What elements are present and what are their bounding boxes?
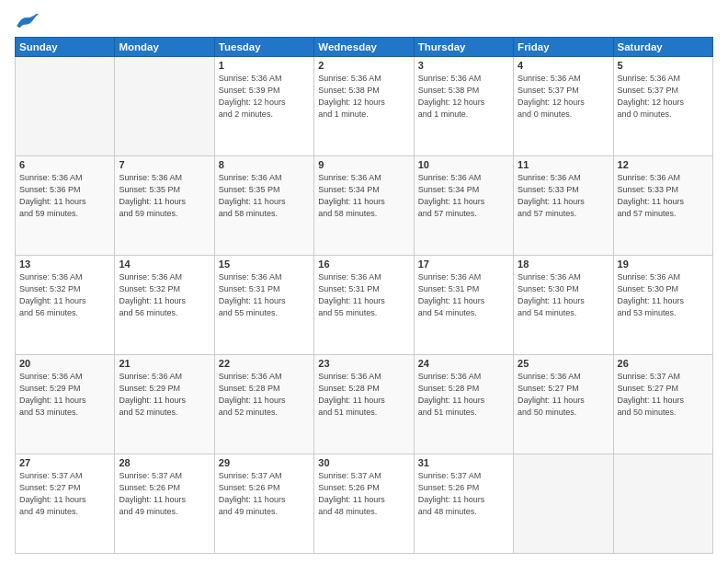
- day-number: 20: [19, 358, 110, 369]
- day-info: Sunrise: 5:37 AMSunset: 5:27 PMDaylight:…: [618, 371, 709, 419]
- day-info: Sunrise: 5:36 AMSunset: 5:28 PMDaylight:…: [219, 371, 310, 419]
- day-number: 18: [518, 259, 609, 270]
- day-number: 6: [19, 159, 110, 170]
- day-number: 27: [19, 457, 110, 468]
- calendar-cell: 20Sunrise: 5:36 AMSunset: 5:29 PMDayligh…: [16, 355, 115, 454]
- calendar-cell: 23Sunrise: 5:36 AMSunset: 5:28 PMDayligh…: [314, 355, 414, 454]
- day-info: Sunrise: 5:36 AMSunset: 5:29 PMDaylight:…: [19, 371, 110, 419]
- calendar-cell: 12Sunrise: 5:36 AMSunset: 5:33 PMDayligh…: [613, 156, 712, 256]
- day-number: 7: [119, 159, 210, 170]
- day-number: 10: [418, 159, 509, 170]
- calendar-cell: 14Sunrise: 5:36 AMSunset: 5:32 PMDayligh…: [115, 256, 214, 355]
- day-number: 13: [19, 259, 110, 270]
- day-number: 5: [618, 60, 709, 71]
- day-info: Sunrise: 5:37 AMSunset: 5:26 PMDaylight:…: [219, 470, 310, 518]
- calendar-cell: 6Sunrise: 5:36 AMSunset: 5:36 PMDaylight…: [16, 156, 115, 256]
- day-number: 31: [418, 457, 509, 468]
- day-number: 16: [318, 259, 409, 270]
- day-info: Sunrise: 5:37 AMSunset: 5:27 PMDaylight:…: [19, 470, 110, 518]
- day-info: Sunrise: 5:36 AMSunset: 5:31 PMDaylight:…: [318, 271, 409, 319]
- day-number: 1: [219, 60, 310, 71]
- day-info: Sunrise: 5:36 AMSunset: 5:28 PMDaylight:…: [318, 371, 409, 419]
- calendar-cell: [115, 57, 214, 156]
- day-info: Sunrise: 5:36 AMSunset: 5:30 PMDaylight:…: [618, 271, 709, 319]
- calendar-cell: 1Sunrise: 5:36 AMSunset: 5:39 PMDaylight…: [214, 57, 313, 156]
- day-number: 2: [318, 60, 409, 71]
- calendar-cell: [16, 57, 115, 156]
- day-info: Sunrise: 5:36 AMSunset: 5:35 PMDaylight:…: [219, 172, 310, 220]
- day-number: 22: [219, 358, 310, 369]
- calendar-week-row: 6Sunrise: 5:36 AMSunset: 5:36 PMDaylight…: [16, 156, 713, 256]
- day-info: Sunrise: 5:37 AMSunset: 5:26 PMDaylight:…: [318, 470, 409, 518]
- calendar-cell: 5Sunrise: 5:36 AMSunset: 5:37 PMDaylight…: [613, 57, 712, 156]
- day-info: Sunrise: 5:36 AMSunset: 5:39 PMDaylight:…: [219, 73, 310, 121]
- day-info: Sunrise: 5:36 AMSunset: 5:34 PMDaylight:…: [318, 172, 409, 220]
- calendar-cell: 21Sunrise: 5:36 AMSunset: 5:29 PMDayligh…: [115, 355, 214, 454]
- day-number: 4: [518, 60, 609, 71]
- calendar-cell: 13Sunrise: 5:36 AMSunset: 5:32 PMDayligh…: [16, 256, 115, 355]
- day-info: Sunrise: 5:37 AMSunset: 5:26 PMDaylight:…: [418, 470, 509, 518]
- weekday-header-friday: Friday: [514, 38, 613, 57]
- day-number: 24: [418, 358, 509, 369]
- calendar-week-row: 1Sunrise: 5:36 AMSunset: 5:39 PMDaylight…: [16, 57, 713, 156]
- calendar-cell: 16Sunrise: 5:36 AMSunset: 5:31 PMDayligh…: [314, 256, 414, 355]
- weekday-header-wednesday: Wednesday: [314, 38, 414, 57]
- day-number: 12: [618, 159, 709, 170]
- day-info: Sunrise: 5:36 AMSunset: 5:31 PMDaylight:…: [219, 271, 310, 319]
- day-info: Sunrise: 5:36 AMSunset: 5:31 PMDaylight:…: [418, 271, 509, 319]
- logo-icon: [15, 11, 40, 31]
- calendar-table: SundayMondayTuesdayWednesdayThursdayFrid…: [15, 37, 713, 554]
- calendar-cell: 25Sunrise: 5:36 AMSunset: 5:27 PMDayligh…: [514, 355, 613, 454]
- day-number: 9: [318, 159, 409, 170]
- day-info: Sunrise: 5:36 AMSunset: 5:27 PMDaylight:…: [518, 371, 609, 419]
- day-info: Sunrise: 5:36 AMSunset: 5:29 PMDaylight:…: [119, 371, 210, 419]
- calendar-cell: 17Sunrise: 5:36 AMSunset: 5:31 PMDayligh…: [414, 256, 513, 355]
- day-info: Sunrise: 5:36 AMSunset: 5:30 PMDaylight:…: [518, 271, 609, 319]
- day-number: 26: [618, 358, 709, 369]
- calendar-cell: 15Sunrise: 5:36 AMSunset: 5:31 PMDayligh…: [214, 256, 313, 355]
- day-number: 25: [518, 358, 609, 369]
- calendar-cell: 24Sunrise: 5:36 AMSunset: 5:28 PMDayligh…: [414, 355, 513, 454]
- day-number: 29: [219, 457, 310, 468]
- day-info: Sunrise: 5:36 AMSunset: 5:34 PMDaylight:…: [418, 172, 509, 220]
- day-info: Sunrise: 5:36 AMSunset: 5:37 PMDaylight:…: [518, 73, 609, 121]
- calendar-cell: 4Sunrise: 5:36 AMSunset: 5:37 PMDaylight…: [514, 57, 613, 156]
- calendar-cell: 30Sunrise: 5:37 AMSunset: 5:26 PMDayligh…: [314, 454, 414, 554]
- calendar-cell: 28Sunrise: 5:37 AMSunset: 5:26 PMDayligh…: [115, 454, 214, 554]
- day-info: Sunrise: 5:36 AMSunset: 5:33 PMDaylight:…: [518, 172, 609, 220]
- calendar-cell: 10Sunrise: 5:36 AMSunset: 5:34 PMDayligh…: [414, 156, 513, 256]
- day-info: Sunrise: 5:36 AMSunset: 5:38 PMDaylight:…: [418, 73, 509, 121]
- page: SundayMondayTuesdayWednesdayThursdayFrid…: [0, 0, 728, 563]
- day-number: 30: [318, 457, 409, 468]
- weekday-header-thursday: Thursday: [414, 38, 513, 57]
- day-number: 21: [119, 358, 210, 369]
- calendar-cell: [514, 454, 613, 554]
- calendar-cell: 9Sunrise: 5:36 AMSunset: 5:34 PMDaylight…: [314, 156, 414, 256]
- day-info: Sunrise: 5:36 AMSunset: 5:33 PMDaylight:…: [618, 172, 709, 220]
- weekday-header-saturday: Saturday: [613, 38, 712, 57]
- day-number: 11: [518, 159, 609, 170]
- weekday-header-tuesday: Tuesday: [214, 38, 313, 57]
- calendar-cell: 8Sunrise: 5:36 AMSunset: 5:35 PMDaylight…: [214, 156, 313, 256]
- calendar-cell: 2Sunrise: 5:36 AMSunset: 5:38 PMDaylight…: [314, 57, 414, 156]
- calendar-cell: 7Sunrise: 5:36 AMSunset: 5:35 PMDaylight…: [115, 156, 214, 256]
- calendar-cell: 29Sunrise: 5:37 AMSunset: 5:26 PMDayligh…: [214, 454, 313, 554]
- calendar-cell: 27Sunrise: 5:37 AMSunset: 5:27 PMDayligh…: [16, 454, 115, 554]
- calendar-week-row: 13Sunrise: 5:36 AMSunset: 5:32 PMDayligh…: [16, 256, 713, 355]
- day-info: Sunrise: 5:36 AMSunset: 5:32 PMDaylight:…: [19, 271, 110, 319]
- day-number: 15: [219, 259, 310, 270]
- calendar-cell: 26Sunrise: 5:37 AMSunset: 5:27 PMDayligh…: [613, 355, 712, 454]
- weekday-header-monday: Monday: [115, 38, 214, 57]
- calendar-week-row: 27Sunrise: 5:37 AMSunset: 5:27 PMDayligh…: [16, 454, 713, 554]
- day-number: 17: [418, 259, 509, 270]
- day-info: Sunrise: 5:37 AMSunset: 5:26 PMDaylight:…: [119, 470, 210, 518]
- day-number: 8: [219, 159, 310, 170]
- calendar-cell: 19Sunrise: 5:36 AMSunset: 5:30 PMDayligh…: [613, 256, 712, 355]
- calendar-cell: 22Sunrise: 5:36 AMSunset: 5:28 PMDayligh…: [214, 355, 313, 454]
- day-number: 19: [618, 259, 709, 270]
- weekday-header-sunday: Sunday: [16, 38, 115, 57]
- calendar-cell: 3Sunrise: 5:36 AMSunset: 5:38 PMDaylight…: [414, 57, 513, 156]
- calendar-week-row: 20Sunrise: 5:36 AMSunset: 5:29 PMDayligh…: [16, 355, 713, 454]
- day-number: 23: [318, 358, 409, 369]
- calendar-cell: 18Sunrise: 5:36 AMSunset: 5:30 PMDayligh…: [514, 256, 613, 355]
